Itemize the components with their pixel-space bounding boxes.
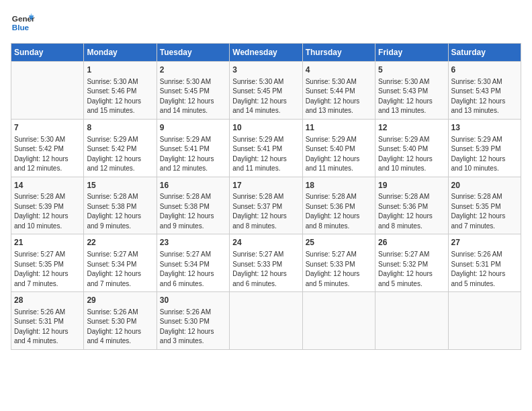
calendar-cell: 24Sunrise: 5:27 AMSunset: 5:33 PMDayligh… bbox=[230, 234, 302, 292]
cell-details: Sunrise: 5:29 AMSunset: 5:40 PMDaylight:… bbox=[378, 135, 445, 174]
calendar-cell: 22Sunrise: 5:27 AMSunset: 5:34 PMDayligh… bbox=[84, 234, 157, 292]
header-cell-monday: Monday bbox=[84, 44, 157, 62]
calendar-cell: 12Sunrise: 5:29 AMSunset: 5:40 PMDayligh… bbox=[375, 119, 448, 177]
cell-details: Sunrise: 5:30 AMSunset: 5:42 PMDaylight:… bbox=[14, 135, 81, 174]
day-number: 9 bbox=[160, 122, 226, 134]
header-cell-sunday: Sunday bbox=[11, 44, 84, 62]
day-number: 25 bbox=[306, 237, 372, 248]
cell-details: Sunrise: 5:30 AMSunset: 5:43 PMDaylight:… bbox=[378, 77, 445, 116]
day-number: 4 bbox=[306, 64, 372, 76]
header-row: SundayMondayTuesdayWednesdayThursdayFrid… bbox=[11, 44, 521, 62]
cell-details: Sunrise: 5:28 AMSunset: 5:35 PMDaylight:… bbox=[451, 192, 518, 231]
calendar-cell bbox=[448, 292, 521, 350]
calendar-cell: 28Sunrise: 5:26 AMSunset: 5:31 PMDayligh… bbox=[11, 292, 84, 350]
cell-details: Sunrise: 5:26 AMSunset: 5:31 PMDaylight:… bbox=[451, 250, 518, 289]
calendar-cell: 1Sunrise: 5:30 AMSunset: 5:46 PMDaylight… bbox=[84, 62, 157, 120]
header-cell-saturday: Saturday bbox=[448, 44, 521, 62]
calendar-cell: 2Sunrise: 5:30 AMSunset: 5:45 PMDaylight… bbox=[157, 62, 229, 120]
header-cell-thursday: Thursday bbox=[302, 44, 375, 62]
cell-details: Sunrise: 5:30 AMSunset: 5:45 PMDaylight:… bbox=[232, 77, 299, 116]
cell-details: Sunrise: 5:27 AMSunset: 5:35 PMDaylight:… bbox=[14, 250, 81, 289]
day-number: 10 bbox=[232, 122, 299, 134]
calendar-cell: 13Sunrise: 5:29 AMSunset: 5:39 PMDayligh… bbox=[448, 119, 521, 177]
calendar-cell: 23Sunrise: 5:27 AMSunset: 5:34 PMDayligh… bbox=[157, 234, 229, 292]
calendar-cell: 21Sunrise: 5:27 AMSunset: 5:35 PMDayligh… bbox=[11, 234, 84, 292]
calendar-cell: 4Sunrise: 5:30 AMSunset: 5:44 PMDaylight… bbox=[302, 62, 375, 120]
day-number: 7 bbox=[14, 122, 81, 134]
calendar-cell bbox=[230, 292, 302, 350]
day-number: 18 bbox=[306, 180, 372, 191]
cell-details: Sunrise: 5:30 AMSunset: 5:46 PMDaylight:… bbox=[87, 77, 153, 116]
calendar-cell: 9Sunrise: 5:29 AMSunset: 5:41 PMDaylight… bbox=[157, 119, 229, 177]
day-number: 14 bbox=[14, 180, 81, 191]
calendar-cell: 6Sunrise: 5:30 AMSunset: 5:43 PMDaylight… bbox=[448, 62, 521, 120]
cell-details: Sunrise: 5:29 AMSunset: 5:41 PMDaylight:… bbox=[232, 135, 299, 174]
logo: General Blue bbox=[11, 11, 35, 35]
cell-details: Sunrise: 5:28 AMSunset: 5:36 PMDaylight:… bbox=[306, 192, 372, 231]
logo-icon: General Blue bbox=[11, 11, 35, 35]
calendar-cell: 18Sunrise: 5:28 AMSunset: 5:36 PMDayligh… bbox=[302, 177, 375, 234]
calendar-cell: 11Sunrise: 5:29 AMSunset: 5:40 PMDayligh… bbox=[302, 119, 375, 177]
day-number: 30 bbox=[160, 295, 226, 306]
day-number: 16 bbox=[160, 180, 226, 191]
cell-details: Sunrise: 5:30 AMSunset: 5:45 PMDaylight:… bbox=[160, 77, 226, 116]
day-number: 5 bbox=[378, 64, 445, 76]
day-number: 8 bbox=[87, 122, 153, 134]
calendar-cell: 26Sunrise: 5:27 AMSunset: 5:32 PMDayligh… bbox=[375, 234, 448, 292]
day-number: 28 bbox=[14, 295, 81, 306]
cell-details: Sunrise: 5:26 AMSunset: 5:30 PMDaylight:… bbox=[87, 308, 153, 347]
calendar-cell bbox=[302, 292, 375, 350]
week-row-3: 14Sunrise: 5:28 AMSunset: 5:39 PMDayligh… bbox=[11, 177, 521, 234]
calendar-header: SundayMondayTuesdayWednesdayThursdayFrid… bbox=[11, 44, 521, 62]
day-number: 22 bbox=[87, 237, 153, 248]
calendar-cell: 27Sunrise: 5:26 AMSunset: 5:31 PMDayligh… bbox=[448, 234, 521, 292]
calendar-cell: 5Sunrise: 5:30 AMSunset: 5:43 PMDaylight… bbox=[375, 62, 448, 120]
day-number: 27 bbox=[451, 237, 518, 248]
day-number: 1 bbox=[87, 64, 153, 76]
cell-details: Sunrise: 5:29 AMSunset: 5:40 PMDaylight:… bbox=[306, 135, 372, 174]
calendar-cell: 17Sunrise: 5:28 AMSunset: 5:37 PMDayligh… bbox=[230, 177, 302, 234]
week-row-2: 7Sunrise: 5:30 AMSunset: 5:42 PMDaylight… bbox=[11, 119, 521, 177]
calendar-cell: 29Sunrise: 5:26 AMSunset: 5:30 PMDayligh… bbox=[84, 292, 157, 350]
cell-details: Sunrise: 5:26 AMSunset: 5:30 PMDaylight:… bbox=[160, 308, 226, 347]
calendar-cell: 20Sunrise: 5:28 AMSunset: 5:35 PMDayligh… bbox=[448, 177, 521, 234]
cell-details: Sunrise: 5:29 AMSunset: 5:41 PMDaylight:… bbox=[160, 135, 226, 174]
calendar-cell: 30Sunrise: 5:26 AMSunset: 5:30 PMDayligh… bbox=[157, 292, 229, 350]
day-number: 23 bbox=[160, 237, 226, 248]
day-number: 3 bbox=[232, 64, 299, 76]
day-number: 21 bbox=[14, 237, 81, 248]
header-cell-wednesday: Wednesday bbox=[230, 44, 302, 62]
calendar-cell: 19Sunrise: 5:28 AMSunset: 5:36 PMDayligh… bbox=[375, 177, 448, 234]
calendar-cell: 8Sunrise: 5:29 AMSunset: 5:42 PMDaylight… bbox=[84, 119, 157, 177]
cell-details: Sunrise: 5:30 AMSunset: 5:43 PMDaylight:… bbox=[451, 77, 518, 116]
cell-details: Sunrise: 5:28 AMSunset: 5:38 PMDaylight:… bbox=[87, 192, 153, 231]
day-number: 20 bbox=[451, 180, 518, 191]
calendar-cell: 7Sunrise: 5:30 AMSunset: 5:42 PMDaylight… bbox=[11, 119, 84, 177]
day-number: 26 bbox=[378, 237, 445, 248]
day-number: 11 bbox=[306, 122, 372, 134]
day-number: 19 bbox=[378, 180, 445, 191]
header-cell-friday: Friday bbox=[375, 44, 448, 62]
cell-details: Sunrise: 5:27 AMSunset: 5:34 PMDaylight:… bbox=[160, 250, 226, 289]
cell-details: Sunrise: 5:28 AMSunset: 5:38 PMDaylight:… bbox=[160, 192, 226, 231]
cell-details: Sunrise: 5:26 AMSunset: 5:31 PMDaylight:… bbox=[14, 308, 81, 347]
calendar-cell bbox=[11, 62, 84, 120]
cell-details: Sunrise: 5:28 AMSunset: 5:39 PMDaylight:… bbox=[14, 192, 81, 231]
day-number: 15 bbox=[87, 180, 153, 191]
cell-details: Sunrise: 5:29 AMSunset: 5:39 PMDaylight:… bbox=[451, 135, 518, 174]
calendar-cell: 3Sunrise: 5:30 AMSunset: 5:45 PMDaylight… bbox=[230, 62, 302, 120]
cell-details: Sunrise: 5:29 AMSunset: 5:42 PMDaylight:… bbox=[87, 135, 153, 174]
calendar-cell: 16Sunrise: 5:28 AMSunset: 5:38 PMDayligh… bbox=[157, 177, 229, 234]
week-row-1: 1Sunrise: 5:30 AMSunset: 5:46 PMDaylight… bbox=[11, 62, 521, 120]
cell-details: Sunrise: 5:28 AMSunset: 5:37 PMDaylight:… bbox=[232, 192, 299, 231]
cell-details: Sunrise: 5:30 AMSunset: 5:44 PMDaylight:… bbox=[306, 77, 372, 116]
calendar-cell: 14Sunrise: 5:28 AMSunset: 5:39 PMDayligh… bbox=[11, 177, 84, 234]
cell-details: Sunrise: 5:27 AMSunset: 5:33 PMDaylight:… bbox=[306, 250, 372, 289]
calendar-body: 1Sunrise: 5:30 AMSunset: 5:46 PMDaylight… bbox=[11, 62, 521, 350]
day-number: 2 bbox=[160, 64, 226, 76]
calendar-cell bbox=[375, 292, 448, 350]
cell-details: Sunrise: 5:27 AMSunset: 5:32 PMDaylight:… bbox=[378, 250, 445, 289]
day-number: 6 bbox=[451, 64, 518, 76]
day-number: 12 bbox=[378, 122, 445, 134]
calendar-cell: 25Sunrise: 5:27 AMSunset: 5:33 PMDayligh… bbox=[302, 234, 375, 292]
